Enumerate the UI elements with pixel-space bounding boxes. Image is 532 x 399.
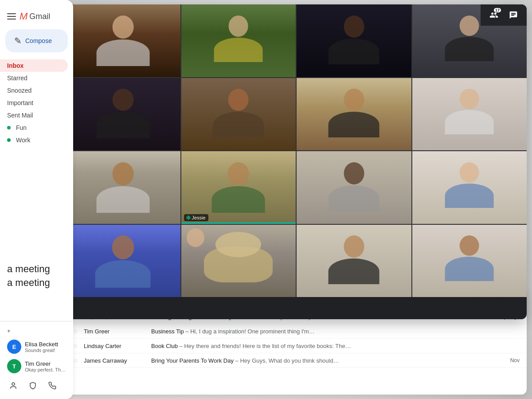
subject-preview-3: Book Club – Hey there and friends! Here … [151,343,483,349]
join-meeting-text: a meeting [7,276,66,290]
compose-plus-icon: ✎ [14,35,22,46]
elisa-status: Sounds great! [25,348,66,353]
sidebar-item-sent[interactable]: Sent Mail [0,109,68,121]
speaker-name-tag: Jessie [184,214,208,221]
meeting-text-area: a meeting a meeting [0,257,73,295]
work-dot [7,138,11,142]
star-icon-3: ☆ [73,342,78,349]
subject-text-2: Business Tip [151,328,184,335]
inbox-row-2[interactable]: ☆ Tim Greer Business Tip – Hi, I dug a i… [66,324,527,339]
svg-point-0 [12,383,15,385]
star-icon-2: ☆ [73,328,78,335]
subject-text-3: Book Club [151,343,178,349]
video-cell-12 [412,151,527,224]
sidebar-item-inbox[interactable]: Inbox [0,59,68,72]
sender-3: Lindsay Carter [84,343,146,349]
subject-preview-2: Business Tip – Hi, I dug a inspiration! … [151,328,483,335]
gmail-logo: M Gmail [20,11,50,22]
video-grid: Jessie [66,4,527,297]
fun-label: Fun [16,124,27,131]
time-4: Nov [489,357,520,364]
elisa-avatar: E [7,340,21,354]
phone-icon[interactable] [46,379,59,392]
star-icon-4: ☆ [73,357,78,364]
add-people-row[interactable]: + [5,325,68,337]
video-cell-14 [181,225,296,297]
tim-avatar: T [7,359,21,373]
sent-label: Sent Mail [7,112,33,119]
sender-2: Tim Greer [84,328,146,335]
sidebar-icons-row [5,376,68,392]
chat-button[interactable] [505,7,521,23]
meet-window: 17 [66,4,527,319]
compose-label: Compose [25,37,52,44]
video-cell-9 [66,151,180,224]
snoozed-label: Snoozed [7,87,31,94]
preview-text-4: – Hey Guys, What do you think should… [235,357,339,364]
subject-preview-4: Bring Your Parents To Work Day – Hey Guy… [151,357,483,364]
tim-info: Tim Greer Okay perfect. Thanks! [25,360,66,372]
chat-person-elisa[interactable]: E Elisa Beckett Sounds great! [5,337,68,356]
sidebar-item-snoozed[interactable]: Snoozed [0,84,68,97]
sidebar-footer: + E Elisa Beckett Sounds great! T Tim Gr… [0,321,73,399]
starred-label: Starred [7,74,27,82]
video-cell-7 [297,78,411,151]
important-label: Important [7,99,33,106]
gmail-header: M Gmail [0,7,73,29]
work-label: Work [16,137,30,144]
add-plus-icon: + [7,328,11,334]
video-cell-11 [297,151,411,224]
video-cell-15 [297,225,411,297]
add-person-icon[interactable] [7,379,20,392]
video-cell-5 [66,78,180,151]
video-cell-13 [66,225,180,297]
preview-text-2: – Hi, I dug a inspiration! One prominent… [185,328,315,335]
tim-name: Tim Greer [25,360,66,367]
start-meeting-text: a meeting [7,262,66,276]
participants-badge: 17 [494,8,501,12]
participants-button[interactable]: 17 [486,7,502,23]
inbox-row-3[interactable]: ☆ Lindsay Carter Book Club – Hey there a… [66,339,527,353]
gmail-sidebar: M Gmail ✎ Compose Inbox Starred Snoozed … [0,0,73,399]
inbox-label: Inbox [7,62,23,69]
sender-4: James Carraway [84,357,146,364]
video-cell-1 [66,4,180,77]
gmail-text: Gmail [29,12,50,21]
video-cell-6 [181,78,296,151]
chat-person-tim[interactable]: T Tim Greer Okay perfect. Thanks! [5,356,68,376]
subject-text-4: Bring Your Parents To Work Day [151,357,234,364]
preview-text-3: – Hey there and friends! Here is the lis… [180,343,351,349]
security-icon[interactable] [27,379,39,392]
video-cell-3 [297,4,411,77]
elisa-name: Elisa Beckett [25,341,66,348]
elisa-info: Elisa Beckett Sounds great! [25,341,66,353]
menu-icon[interactable] [7,13,16,20]
tim-status: Okay perfect. Thanks! [25,367,66,372]
video-cell-8 [412,78,527,151]
video-cell-16 [412,225,527,297]
inbox-row-4[interactable]: ☆ James Carraway Bring Your Parents To W… [66,353,527,368]
compose-button[interactable]: ✎ Compose [5,29,68,52]
speaker-wave-icon [187,215,190,220]
gmail-m-icon: M [20,11,27,22]
sidebar-item-starred[interactable]: Starred [0,72,68,84]
sidebar-item-fun[interactable]: Fun [0,121,68,134]
speaker-name: Jessie [192,215,206,220]
nav-menu: Inbox Starred Snoozed Important Sent Mai… [0,59,73,146]
video-cell-10-active: Jessie [181,151,296,224]
video-cell-2 [181,4,296,77]
meet-toolbar: 17 [481,4,527,26]
sidebar-item-important[interactable]: Important [0,97,68,109]
active-speaker-bar [181,223,296,224]
fun-dot [7,126,11,129]
sidebar-item-work[interactable]: Work [0,134,68,146]
